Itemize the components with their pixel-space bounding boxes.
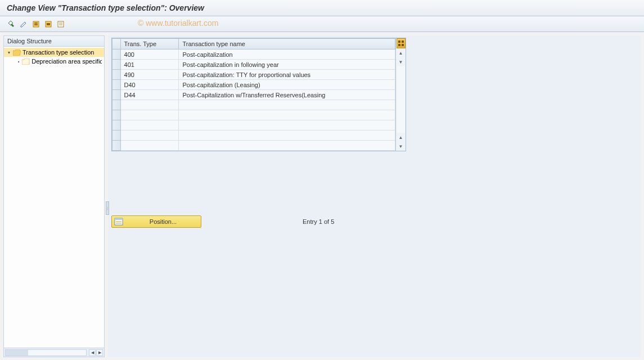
position-icon xyxy=(114,217,123,226)
position-button-label: Position... xyxy=(128,218,199,225)
cell-trans-name[interactable]: Post-capitalization (Leasing) xyxy=(179,80,395,90)
pencil-icon[interactable] xyxy=(18,19,29,30)
row-selector[interactable] xyxy=(112,70,121,80)
select-all-icon[interactable] xyxy=(30,19,42,30)
content-area: ⋮ Trans. Type Transaction type name 400 … xyxy=(108,35,641,357)
cell-trans-name[interactable] xyxy=(179,100,395,110)
hscroll-thumb[interactable] xyxy=(6,350,28,356)
scroll-up-icon[interactable]: ▲ xyxy=(397,49,405,57)
table-row[interactable]: 490 Post-capitalization: TTY for proport… xyxy=(112,70,395,80)
entry-count-label: Entry 1 of 5 xyxy=(303,218,334,225)
transaction-type-table: Trans. Type Transaction type name 400 Po… xyxy=(112,38,395,151)
tree-item-label: Depreciation area specification xyxy=(31,58,102,65)
cell-trans-name[interactable]: Post-capitalization in following year xyxy=(179,60,395,70)
splitter-handle[interactable]: ⋮ xyxy=(106,201,109,215)
tree-collapse-icon[interactable]: ▾ xyxy=(6,50,12,55)
vscroll-track[interactable] xyxy=(397,66,405,133)
position-row: Position... Entry 1 of 5 xyxy=(111,215,334,228)
cell-trans-type[interactable] xyxy=(120,130,179,141)
cell-trans-type[interactable]: D40 xyxy=(120,80,179,90)
scroll-right-icon[interactable]: ▶ xyxy=(96,349,103,356)
svg-rect-11 xyxy=(402,44,404,46)
watermark: © www.tutorialkart.com xyxy=(138,19,218,28)
svg-rect-14 xyxy=(116,221,121,222)
toggle-display-change-icon[interactable] xyxy=(6,19,17,30)
row-selector[interactable] xyxy=(112,60,121,70)
sidebar-hscrollbar: ◀ ▶ xyxy=(4,348,104,357)
cell-trans-type[interactable]: 401 xyxy=(120,60,179,70)
row-selector[interactable] xyxy=(112,90,121,100)
cell-trans-type[interactable] xyxy=(120,110,179,120)
folder-open-icon xyxy=(13,50,21,56)
tree-item-depreciation-area[interactable]: • Depreciation area specification xyxy=(4,57,104,66)
svg-rect-9 xyxy=(402,40,404,43)
transaction-type-table-container: Trans. Type Transaction type name 400 Po… xyxy=(111,38,406,151)
cell-trans-name[interactable] xyxy=(179,110,395,120)
table-vscrollbar: ▲ ▼ ▲ ▼ xyxy=(395,38,406,151)
row-selector-header[interactable] xyxy=(112,39,121,50)
scroll-left-icon[interactable]: ◀ xyxy=(89,349,96,356)
table-row[interactable]: D40 Post-capitalization (Leasing) xyxy=(112,80,395,90)
cell-trans-name[interactable]: Post-Capitalization w/Transferred Reserv… xyxy=(179,90,395,100)
scroll-up-icon[interactable]: ▲ xyxy=(397,133,405,141)
svg-rect-7 xyxy=(59,24,62,25)
cell-trans-type[interactable]: 400 xyxy=(120,50,179,60)
cell-trans-type[interactable] xyxy=(120,100,179,110)
tree-item-label: Transaction type selection xyxy=(22,49,94,56)
row-selector[interactable] xyxy=(112,110,121,120)
tree-item-transaction-type-selection[interactable]: ▾ Transaction type selection xyxy=(4,48,104,57)
svg-rect-4 xyxy=(47,23,50,25)
table-row-empty[interactable] xyxy=(112,141,395,151)
table-config-icon[interactable] xyxy=(397,38,406,48)
row-selector[interactable] xyxy=(112,141,121,151)
folder-closed-icon xyxy=(22,58,30,65)
select-block-icon[interactable] xyxy=(43,19,54,30)
table-row[interactable]: 400 Post-capitalization xyxy=(112,50,395,60)
column-header-trans-type[interactable]: Trans. Type xyxy=(120,39,179,50)
svg-rect-2 xyxy=(34,24,38,25)
scroll-down-icon[interactable]: ▼ xyxy=(397,142,405,150)
svg-rect-1 xyxy=(34,22,38,24)
row-selector[interactable] xyxy=(112,120,121,130)
cell-trans-name[interactable] xyxy=(179,141,395,151)
tree-bullet-icon: • xyxy=(16,58,21,64)
table-row-empty[interactable] xyxy=(112,110,395,120)
row-selector[interactable] xyxy=(112,100,121,110)
scroll-down-icon[interactable]: ▼ xyxy=(397,58,405,66)
cell-trans-name[interactable] xyxy=(179,120,395,130)
table-row[interactable]: 401 Post-capitalization in following yea… xyxy=(112,60,395,70)
cell-trans-name[interactable] xyxy=(179,130,395,141)
cell-trans-type[interactable]: 490 xyxy=(120,70,179,80)
svg-rect-15 xyxy=(116,223,121,224)
deselect-all-icon[interactable] xyxy=(55,19,66,30)
cell-trans-name[interactable]: Post-capitalization: TTY for proportiona… xyxy=(179,70,395,80)
svg-rect-6 xyxy=(59,22,62,24)
main-area: Dialog Structure ▾ Transaction type sele… xyxy=(0,32,644,360)
cell-trans-name[interactable]: Post-capitalization xyxy=(179,50,395,60)
cell-trans-type[interactable] xyxy=(120,141,179,151)
dialog-structure-tree: ▾ Transaction type selection • Depreciat… xyxy=(4,47,104,348)
table-row-empty[interactable] xyxy=(112,130,395,141)
cell-trans-type[interactable] xyxy=(120,120,179,130)
row-selector[interactable] xyxy=(112,50,121,60)
toolbar: © www.tutorialkart.com xyxy=(0,16,644,32)
row-selector[interactable] xyxy=(112,130,121,141)
svg-rect-10 xyxy=(398,44,400,46)
svg-rect-8 xyxy=(398,40,400,43)
table-row[interactable]: D44 Post-Capitalization w/Transferred Re… xyxy=(112,90,395,100)
cell-trans-type[interactable]: D44 xyxy=(120,90,179,100)
dialog-structure-header: Dialog Structure xyxy=(4,36,104,47)
column-header-trans-name[interactable]: Transaction type name xyxy=(179,39,395,50)
svg-rect-13 xyxy=(115,218,123,220)
page-title: Change View "Transaction type selection"… xyxy=(0,0,644,16)
dialog-structure-panel: Dialog Structure ▾ Transaction type sele… xyxy=(3,35,105,357)
table-row-empty[interactable] xyxy=(112,100,395,110)
hscroll-track[interactable] xyxy=(5,349,87,356)
row-selector[interactable] xyxy=(112,80,121,90)
position-button[interactable]: Position... xyxy=(111,215,201,228)
table-row-empty[interactable] xyxy=(112,120,395,130)
